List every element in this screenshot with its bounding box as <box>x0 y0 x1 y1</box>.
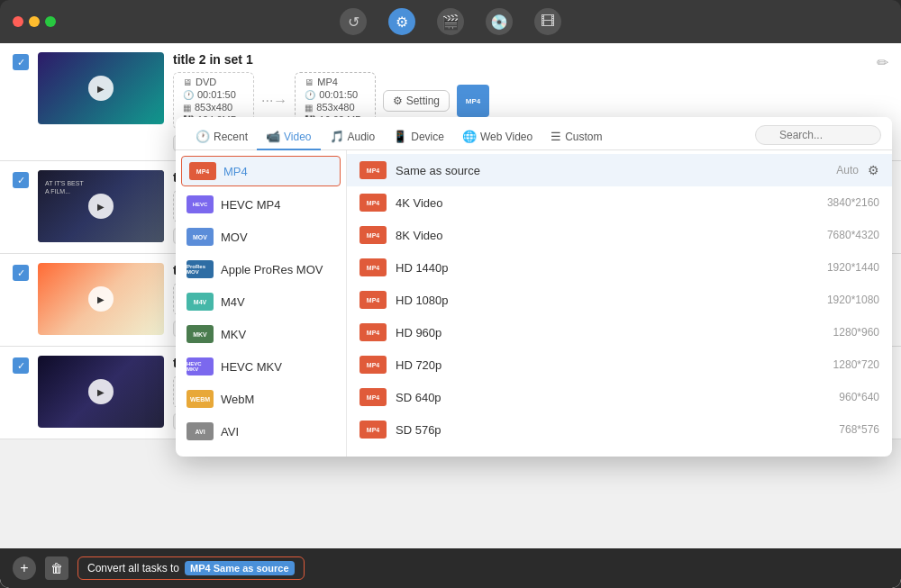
tab-recent[interactable]: 🕐 Recent <box>187 124 257 150</box>
nav-settings-icon[interactable]: ⚙ <box>388 8 415 35</box>
main-content: ✓ ▶ title 2 in set 1 🖥 DVD 🕐 00:01:50 <box>0 43 901 588</box>
4k-icon: MP4 <box>359 194 387 212</box>
format-item-webm[interactable]: WEBM WebM <box>176 383 346 415</box>
output-res-1: 853x480 <box>316 102 354 113</box>
task-thumbnail-3: ▶ <box>38 263 164 335</box>
quality-8k-label: 8K Video <box>396 229 818 242</box>
format-m4v-label: M4V <box>221 295 245 309</box>
format-hevc-label: HEVC MP4 <box>221 198 280 212</box>
tab-webvideo[interactable]: 🌐 Web Video <box>453 124 542 150</box>
maximize-button[interactable] <box>45 16 56 27</box>
quality-item-8k[interactable]: MP4 8K Video 7680*4320 <box>347 219 892 251</box>
format-item-mkv[interactable]: MKV MKV <box>176 318 346 350</box>
format-item-hevc-mkv[interactable]: HEVC MKV HEVC MKV <box>176 350 346 383</box>
nav-disc-icon[interactable]: 💿 <box>486 8 513 35</box>
quality-item-sd640[interactable]: MP4 SD 640p 960*640 <box>347 381 892 413</box>
format-mp4-label: MP4 <box>223 165 248 178</box>
convert-all-label: Convert all tasks to <box>87 562 179 574</box>
hevc-mkv-format-icon: HEVC MKV <box>187 357 214 375</box>
task-thumbnail-1: ▶ <box>38 52 164 124</box>
play-button-4[interactable]: ▶ <box>88 379 114 404</box>
format-item-avi[interactable]: AVI AVI <box>176 415 346 448</box>
task-checkbox-4[interactable]: ✓ <box>13 357 29 374</box>
quality-hd1440-label: HD 1440p <box>396 261 818 275</box>
delete-task-button[interactable]: 🗑 <box>45 556 68 580</box>
quality-settings-button[interactable]: ⚙ <box>868 163 879 177</box>
prores-format-icon: ProRes MOV <box>187 260 214 278</box>
nav-film-icon[interactable]: 🎬 <box>437 8 464 35</box>
quality-item-hd960[interactable]: MP4 HD 960p 1280*960 <box>347 316 892 348</box>
tab-custom-label: Custom <box>565 131 602 143</box>
format-prores-label: Apple ProRes MOV <box>221 263 323 276</box>
convert-all-box: Convert all tasks to MP4 Same as source <box>77 556 305 580</box>
window-controls <box>13 16 56 27</box>
tab-recent-label: Recent <box>214 131 248 143</box>
format-tab-bar: 🕐 Recent 📹 Video 🎵 Audio 📱 Device 🌐 Web … <box>176 117 892 150</box>
tab-device[interactable]: 📱 Device <box>384 124 453 150</box>
mp4-badge-1: MP4 <box>457 85 489 117</box>
quality-item-hd720[interactable]: MP4 HD 720p 1280*720 <box>347 348 892 381</box>
tab-audio-label: Audio <box>348 131 376 143</box>
tab-webvideo-label: Web Video <box>480 131 532 143</box>
quality-sd576-res: 768*576 <box>839 423 879 436</box>
mp4-format-icon: MP4 <box>189 162 216 180</box>
quality-hd720-res: 1280*720 <box>833 358 879 371</box>
task-checkbox-2[interactable]: ✓ <box>13 172 29 188</box>
clock-out-icon-1: 🕐 <box>305 90 315 100</box>
task-checkbox-1[interactable]: ✓ <box>13 54 29 70</box>
quality-hd960-label: HD 960p <box>396 326 824 339</box>
output-duration-1: 00:01:50 <box>319 89 358 100</box>
quality-hd1440-res: 1920*1440 <box>827 261 879 274</box>
video-icon: 📹 <box>266 130 280 143</box>
tab-custom[interactable]: ☰ Custom <box>542 124 611 150</box>
minimize-button[interactable] <box>29 16 40 27</box>
quality-item-4k[interactable]: MP4 4K Video 3840*2160 <box>347 186 892 219</box>
format-item-hevc-mp4[interactable]: HEVC HEVC MP4 <box>176 188 346 221</box>
tab-video[interactable]: 📹 Video <box>257 124 320 150</box>
format-avi-label: AVI <box>221 425 239 439</box>
setting-button-1[interactable]: ⚙ Setting <box>383 90 450 112</box>
tab-audio[interactable]: 🎵 Audio <box>321 124 385 150</box>
clock-icon-1: 🕐 <box>183 90 194 100</box>
play-button-1[interactable]: ▶ <box>88 76 114 101</box>
quality-sd576-label: SD 576p <box>396 423 830 437</box>
input-format-label-1: DVD <box>196 77 216 87</box>
edit-icon-1[interactable]: ✏ <box>877 54 888 71</box>
task-checkbox-3[interactable]: ✓ <box>13 265 29 281</box>
quality-4k-label: 4K Video <box>396 196 818 210</box>
quality-item-hd1440[interactable]: MP4 HD 1440p 1920*1440 <box>347 251 892 284</box>
dvd-icon-1: 🖥 <box>183 77 192 87</box>
input-res-1: 853x480 <box>195 102 232 113</box>
play-button-3[interactable]: ▶ <box>88 286 114 312</box>
format-item-mov[interactable]: MOV MOV <box>176 221 346 253</box>
search-input[interactable] <box>755 125 881 145</box>
add-task-button[interactable]: + <box>13 556 36 580</box>
quality-item-sd576[interactable]: MP4 SD 576p 768*576 <box>347 413 892 446</box>
quality-item-same-as-source[interactable]: MP4 Same as source Auto ⚙ <box>347 154 892 186</box>
quality-same-source-res: Auto <box>836 164 859 176</box>
nav-reel-icon[interactable]: 🎞 <box>534 8 561 35</box>
format-mkv-label: MKV <box>221 328 246 341</box>
webm-format-icon: WEBM <box>187 390 214 408</box>
nav-rotate-icon[interactable]: ↺ <box>340 8 367 35</box>
quality-same-source-label: Same as source <box>396 164 827 177</box>
quality-item-hd1080[interactable]: MP4 HD 1080p 1920*1080 <box>347 284 892 316</box>
format-item-m4v[interactable]: M4V M4V <box>176 285 346 318</box>
task-title-1: title 2 in set 1 <box>173 52 868 67</box>
format-item-mp4[interactable]: MP4 MP4 <box>181 156 341 186</box>
play-button-2[interactable]: ▶ <box>88 194 114 219</box>
mov-format-icon: MOV <box>187 228 214 246</box>
format-item-prores[interactable]: ProRes MOV Apple ProRes MOV <box>176 253 346 285</box>
quality-hd720-label: HD 720p <box>396 358 824 372</box>
same-source-icon: MP4 <box>359 161 387 179</box>
titlebar: ↺ ⚙ 🎬 💿 🎞 <box>0 0 901 43</box>
close-button[interactable] <box>13 16 23 27</box>
format-list: MP4 MP4 HEVC HEVC MP4 MOV MOV ProRes MOV… <box>176 150 347 457</box>
avi-format-icon: AVI <box>187 422 214 440</box>
format-mov-label: MOV <box>221 231 248 244</box>
hd960-icon: MP4 <box>359 323 387 341</box>
task-thumbnail-4: ▶ <box>38 356 164 428</box>
format-dropdown: 🕐 Recent 📹 Video 🎵 Audio 📱 Device 🌐 Web … <box>176 117 892 457</box>
device-icon: 📱 <box>393 130 407 143</box>
sd640-icon: MP4 <box>359 388 387 406</box>
